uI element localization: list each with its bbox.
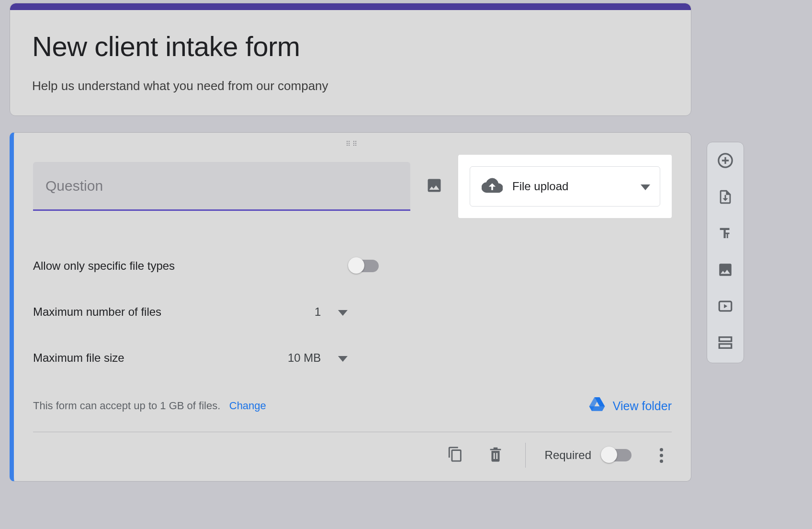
view-folder-link[interactable]: View folder: [589, 397, 672, 414]
caret-down-icon: [338, 351, 348, 365]
setting-label: Allow only specific file types: [33, 259, 282, 273]
side-toolbar: [707, 142, 744, 363]
question-type-highlight: File upload: [458, 155, 672, 218]
question-title-input[interactable]: [45, 178, 398, 194]
storage-info: This form can accept up to 1 GB of files…: [33, 400, 266, 412]
svg-rect-3: [719, 344, 732, 348]
text-icon: [717, 225, 733, 243]
required-label: Required: [545, 448, 591, 462]
toggle-knob: [601, 447, 617, 463]
setting-row-max-files: Maximum number of files 1: [33, 289, 672, 335]
caret-down-icon: [338, 305, 348, 319]
form-title[interactable]: New client intake form: [32, 30, 669, 62]
storage-notice-text: This form can accept up to 1 GB of files…: [33, 400, 220, 412]
trash-icon: [487, 446, 504, 464]
header-accent-bar: [10, 3, 691, 10]
question-footer: Required: [33, 432, 672, 478]
add-title-button[interactable]: [717, 226, 734, 243]
more-vertical-icon: [660, 448, 663, 463]
setting-label: Maximum number of files: [33, 305, 282, 319]
import-icon: [717, 189, 733, 207]
required-toggle[interactable]: [602, 449, 632, 461]
question-title-field-wrap: [33, 162, 410, 211]
add-section-button[interactable]: [717, 335, 734, 352]
plus-circle-icon: [717, 152, 733, 171]
drive-icon: [589, 397, 605, 414]
file-upload-icon: [482, 176, 503, 196]
import-questions-button[interactable]: [717, 189, 734, 207]
setting-row-specific-types: Allow only specific file types: [33, 243, 672, 289]
section-icon: [717, 334, 733, 353]
divider: [525, 443, 526, 468]
duplicate-button[interactable]: [445, 446, 466, 464]
max-size-dropdown[interactable]: 10 MB: [288, 351, 348, 365]
add-image-to-question-button[interactable]: [425, 177, 444, 196]
setting-row-max-size: Maximum file size 10 MB: [33, 335, 672, 381]
change-storage-link[interactable]: Change: [229, 400, 266, 412]
question-card[interactable]: ⠿⠿ File upload: [10, 132, 691, 482]
add-question-button[interactable]: [717, 153, 734, 170]
question-type-label: File upload: [512, 180, 631, 193]
copy-icon: [447, 446, 463, 464]
setting-label: Maximum file size: [33, 351, 282, 365]
drag-handle-icon[interactable]: ⠿⠿: [33, 141, 672, 150]
delete-button[interactable]: [485, 446, 506, 464]
add-image-button[interactable]: [717, 262, 734, 279]
question-type-dropdown[interactable]: File upload: [470, 166, 660, 207]
toggle-knob: [348, 257, 364, 274]
max-files-dropdown[interactable]: 1: [315, 305, 348, 319]
view-folder-label: View folder: [613, 399, 672, 413]
image-icon: [426, 177, 443, 196]
add-video-button[interactable]: [717, 299, 734, 316]
caret-down-icon: [641, 180, 650, 193]
max-files-value: 1: [315, 305, 321, 319]
image-icon: [717, 262, 733, 280]
form-description[interactable]: Help us understand what you need from ou…: [32, 79, 669, 93]
svg-rect-2: [719, 337, 732, 342]
video-icon: [717, 298, 733, 316]
more-options-button[interactable]: [651, 448, 672, 463]
specific-types-toggle[interactable]: [349, 260, 379, 272]
form-header-card: New client intake form Help us understan…: [10, 3, 691, 116]
max-size-value: 10 MB: [288, 351, 321, 365]
